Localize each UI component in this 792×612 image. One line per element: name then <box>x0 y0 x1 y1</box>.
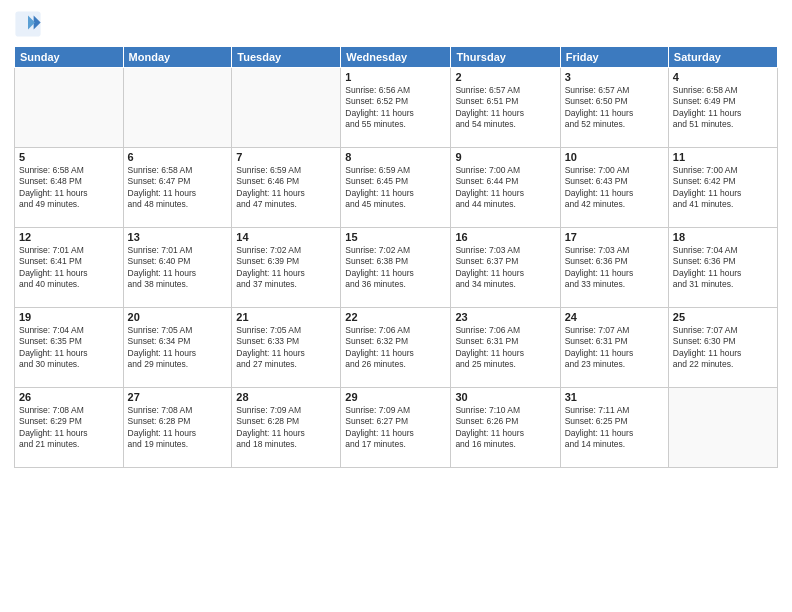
day-number: 16 <box>455 231 555 243</box>
day-info: Sunrise: 7:06 AMSunset: 6:31 PMDaylight:… <box>455 325 555 371</box>
day-info: Sunrise: 7:06 AMSunset: 6:32 PMDaylight:… <box>345 325 446 371</box>
calendar-cell: 11Sunrise: 7:00 AMSunset: 6:42 PMDayligh… <box>668 148 777 228</box>
day-number: 26 <box>19 391 119 403</box>
calendar-cell <box>668 388 777 468</box>
weekday-header-row: SundayMondayTuesdayWednesdayThursdayFrid… <box>15 47 778 68</box>
calendar-cell: 14Sunrise: 7:02 AMSunset: 6:39 PMDayligh… <box>232 228 341 308</box>
calendar-week-row: 12Sunrise: 7:01 AMSunset: 6:41 PMDayligh… <box>15 228 778 308</box>
day-number: 25 <box>673 311 773 323</box>
logo <box>14 10 46 38</box>
day-info: Sunrise: 7:03 AMSunset: 6:37 PMDaylight:… <box>455 245 555 291</box>
day-number: 20 <box>128 311 228 323</box>
day-info: Sunrise: 6:58 AMSunset: 6:47 PMDaylight:… <box>128 165 228 211</box>
day-number: 1 <box>345 71 446 83</box>
calendar-week-row: 19Sunrise: 7:04 AMSunset: 6:35 PMDayligh… <box>15 308 778 388</box>
calendar-cell: 29Sunrise: 7:09 AMSunset: 6:27 PMDayligh… <box>341 388 451 468</box>
calendar-cell: 26Sunrise: 7:08 AMSunset: 6:29 PMDayligh… <box>15 388 124 468</box>
logo-icon <box>14 10 42 38</box>
day-info: Sunrise: 7:00 AMSunset: 6:44 PMDaylight:… <box>455 165 555 211</box>
calendar-cell: 3Sunrise: 6:57 AMSunset: 6:50 PMDaylight… <box>560 68 668 148</box>
calendar-cell <box>232 68 341 148</box>
day-info: Sunrise: 6:57 AMSunset: 6:51 PMDaylight:… <box>455 85 555 131</box>
day-number: 15 <box>345 231 446 243</box>
day-info: Sunrise: 7:11 AMSunset: 6:25 PMDaylight:… <box>565 405 664 451</box>
weekday-header: Friday <box>560 47 668 68</box>
calendar-cell: 17Sunrise: 7:03 AMSunset: 6:36 PMDayligh… <box>560 228 668 308</box>
day-number: 14 <box>236 231 336 243</box>
day-number: 4 <box>673 71 773 83</box>
day-number: 3 <box>565 71 664 83</box>
day-number: 6 <box>128 151 228 163</box>
day-number: 30 <box>455 391 555 403</box>
day-number: 10 <box>565 151 664 163</box>
day-info: Sunrise: 7:00 AMSunset: 6:42 PMDaylight:… <box>673 165 773 211</box>
calendar-cell: 25Sunrise: 7:07 AMSunset: 6:30 PMDayligh… <box>668 308 777 388</box>
calendar-cell <box>123 68 232 148</box>
calendar-week-row: 26Sunrise: 7:08 AMSunset: 6:29 PMDayligh… <box>15 388 778 468</box>
day-number: 24 <box>565 311 664 323</box>
calendar-cell: 4Sunrise: 6:58 AMSunset: 6:49 PMDaylight… <box>668 68 777 148</box>
day-number: 29 <box>345 391 446 403</box>
day-info: Sunrise: 6:58 AMSunset: 6:48 PMDaylight:… <box>19 165 119 211</box>
day-info: Sunrise: 7:08 AMSunset: 6:29 PMDaylight:… <box>19 405 119 451</box>
weekday-header: Monday <box>123 47 232 68</box>
day-info: Sunrise: 7:07 AMSunset: 6:30 PMDaylight:… <box>673 325 773 371</box>
day-info: Sunrise: 7:01 AMSunset: 6:40 PMDaylight:… <box>128 245 228 291</box>
calendar-cell: 16Sunrise: 7:03 AMSunset: 6:37 PMDayligh… <box>451 228 560 308</box>
day-number: 11 <box>673 151 773 163</box>
calendar-week-row: 1Sunrise: 6:56 AMSunset: 6:52 PMDaylight… <box>15 68 778 148</box>
day-info: Sunrise: 7:09 AMSunset: 6:28 PMDaylight:… <box>236 405 336 451</box>
day-info: Sunrise: 7:05 AMSunset: 6:34 PMDaylight:… <box>128 325 228 371</box>
calendar-cell: 24Sunrise: 7:07 AMSunset: 6:31 PMDayligh… <box>560 308 668 388</box>
day-info: Sunrise: 7:00 AMSunset: 6:43 PMDaylight:… <box>565 165 664 211</box>
calendar-cell: 6Sunrise: 6:58 AMSunset: 6:47 PMDaylight… <box>123 148 232 228</box>
day-info: Sunrise: 7:08 AMSunset: 6:28 PMDaylight:… <box>128 405 228 451</box>
calendar-cell: 31Sunrise: 7:11 AMSunset: 6:25 PMDayligh… <box>560 388 668 468</box>
calendar-cell: 21Sunrise: 7:05 AMSunset: 6:33 PMDayligh… <box>232 308 341 388</box>
day-info: Sunrise: 7:04 AMSunset: 6:36 PMDaylight:… <box>673 245 773 291</box>
day-info: Sunrise: 7:04 AMSunset: 6:35 PMDaylight:… <box>19 325 119 371</box>
calendar-cell: 10Sunrise: 7:00 AMSunset: 6:43 PMDayligh… <box>560 148 668 228</box>
calendar-cell: 20Sunrise: 7:05 AMSunset: 6:34 PMDayligh… <box>123 308 232 388</box>
day-number: 21 <box>236 311 336 323</box>
header <box>14 10 778 38</box>
day-number: 27 <box>128 391 228 403</box>
day-info: Sunrise: 7:05 AMSunset: 6:33 PMDaylight:… <box>236 325 336 371</box>
day-info: Sunrise: 7:07 AMSunset: 6:31 PMDaylight:… <box>565 325 664 371</box>
calendar-cell: 12Sunrise: 7:01 AMSunset: 6:41 PMDayligh… <box>15 228 124 308</box>
calendar-cell: 27Sunrise: 7:08 AMSunset: 6:28 PMDayligh… <box>123 388 232 468</box>
day-number: 28 <box>236 391 336 403</box>
weekday-header: Sunday <box>15 47 124 68</box>
day-number: 22 <box>345 311 446 323</box>
day-info: Sunrise: 7:03 AMSunset: 6:36 PMDaylight:… <box>565 245 664 291</box>
weekday-header: Thursday <box>451 47 560 68</box>
calendar-cell: 19Sunrise: 7:04 AMSunset: 6:35 PMDayligh… <box>15 308 124 388</box>
calendar-cell: 8Sunrise: 6:59 AMSunset: 6:45 PMDaylight… <box>341 148 451 228</box>
day-number: 31 <box>565 391 664 403</box>
calendar-cell: 15Sunrise: 7:02 AMSunset: 6:38 PMDayligh… <box>341 228 451 308</box>
calendar-cell: 7Sunrise: 6:59 AMSunset: 6:46 PMDaylight… <box>232 148 341 228</box>
day-number: 2 <box>455 71 555 83</box>
day-number: 18 <box>673 231 773 243</box>
day-info: Sunrise: 6:59 AMSunset: 6:46 PMDaylight:… <box>236 165 336 211</box>
day-number: 7 <box>236 151 336 163</box>
calendar-cell: 22Sunrise: 7:06 AMSunset: 6:32 PMDayligh… <box>341 308 451 388</box>
day-number: 17 <box>565 231 664 243</box>
day-info: Sunrise: 7:10 AMSunset: 6:26 PMDaylight:… <box>455 405 555 451</box>
day-info: Sunrise: 6:58 AMSunset: 6:49 PMDaylight:… <box>673 85 773 131</box>
calendar-week-row: 5Sunrise: 6:58 AMSunset: 6:48 PMDaylight… <box>15 148 778 228</box>
day-info: Sunrise: 7:09 AMSunset: 6:27 PMDaylight:… <box>345 405 446 451</box>
day-number: 9 <box>455 151 555 163</box>
weekday-header: Wednesday <box>341 47 451 68</box>
day-info: Sunrise: 6:56 AMSunset: 6:52 PMDaylight:… <box>345 85 446 131</box>
calendar-cell: 18Sunrise: 7:04 AMSunset: 6:36 PMDayligh… <box>668 228 777 308</box>
calendar-cell: 5Sunrise: 6:58 AMSunset: 6:48 PMDaylight… <box>15 148 124 228</box>
day-number: 8 <box>345 151 446 163</box>
page: SundayMondayTuesdayWednesdayThursdayFrid… <box>0 0 792 612</box>
day-info: Sunrise: 7:02 AMSunset: 6:39 PMDaylight:… <box>236 245 336 291</box>
weekday-header: Tuesday <box>232 47 341 68</box>
calendar-cell: 30Sunrise: 7:10 AMSunset: 6:26 PMDayligh… <box>451 388 560 468</box>
calendar-cell: 9Sunrise: 7:00 AMSunset: 6:44 PMDaylight… <box>451 148 560 228</box>
day-number: 23 <box>455 311 555 323</box>
calendar-cell: 13Sunrise: 7:01 AMSunset: 6:40 PMDayligh… <box>123 228 232 308</box>
